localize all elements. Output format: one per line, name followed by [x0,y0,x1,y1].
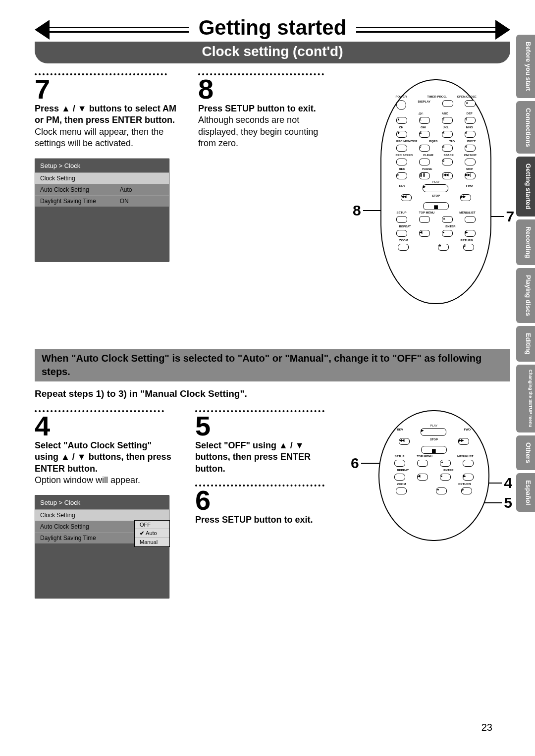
left-arrow-button: ◀ [419,230,430,237]
repeat-button [396,230,407,237]
remote-illustration-partial: PLAY REV▶FWD ◀◀STOP▶▶ ■ SETUPTOP MENUMEN… [378,410,489,541]
up-arrow-button: ▲ [442,216,453,223]
enter-button-2: ● [440,474,451,481]
rec-speed-button [396,159,407,165]
rec-button: ● [396,172,407,179]
section-tabs: Before you start Connections Getting sta… [516,35,535,512]
rev-button: ◀◀ [401,194,412,201]
step-7-heading: Press ▲ / ▼ buttons to select AM or PM, … [35,103,178,126]
banner-arrow-left-icon [35,20,50,40]
page-header: Getting started Clock setting (cont'd) [35,20,510,63]
num-3-button: 3 [465,117,476,124]
rec-monitor-button [396,145,407,152]
ch-down-button: ▼ [396,131,407,138]
step-8-body: Although seconds are not displayed, they… [198,114,335,149]
setup-button [396,216,407,223]
menu-list-button-2 [463,460,474,467]
cm-skip-button [465,159,476,165]
clock-menu-preview: Setup > Clock Clock Setting Auto Clock S… [35,159,169,262]
stop-button-2: ■ [421,446,447,454]
num-1-button: 1 [419,117,430,124]
step-4-body: Option window will appear. [35,475,175,486]
step-8-heading: Press SETUP button to exit. [198,103,335,114]
down-arrow-button: ▼ [438,244,449,251]
num-5-button: 5 [442,131,453,138]
top-menu-button [419,216,430,223]
tab-playing-discs[interactable]: Playing discs [516,268,535,323]
power-button [396,100,406,110]
menu-row-dst: Daylight Saving Time [40,198,120,205]
step-5-heading: Select "OFF" using ▲ / ▼ buttons, then p… [195,440,336,475]
right-arrow-button: ▶ [465,230,476,237]
menu-breadcrumb-2: Setup > Clock [35,496,169,509]
ch-up-button: ▲ [396,117,407,124]
option-off: OFF [135,521,169,529]
step-6-heading: Press SETUP button to exit. [195,514,336,526]
return-button-2: ↵ [461,487,472,494]
open-close-button: ▲ [465,100,476,107]
step-7-body: Clock menu will appear, then the setting… [35,126,178,150]
num-0-button: 0 [442,159,453,165]
tab-others[interactable]: Others [516,435,535,470]
step-6-number: 6 [195,486,336,514]
pause-button: ❚❚ [419,172,430,179]
option-popup: OFF Auto Manual [134,520,170,547]
option-manual: Manual [135,538,169,546]
menu-breadcrumb: Setup > Clock [35,159,169,172]
step-7-number: 7 [35,75,178,103]
num-6-button: 6 [465,131,476,138]
note-subtitle: Repeat steps 1) to 3) in "Manual Clock S… [35,388,510,399]
tab-changing-setup[interactable]: Changing the SETUP menu [516,365,535,432]
zoom-button-2 [396,487,407,494]
right-arrow-button-2: ▶ [463,474,474,481]
step-4-number: 4 [35,412,175,440]
tab-connections[interactable]: Connections [516,101,535,154]
menu-list-button [465,216,476,223]
setup-button-2 [394,460,405,467]
skip-prev-button: |◀◀ [442,172,453,179]
menu-row-clock-setting-2: Clock Setting [40,512,120,519]
page-title: Getting started [189,16,357,40]
step-5-number: 5 [195,412,336,440]
num-9-button: 9 [465,145,476,152]
clear-button [419,159,430,165]
fwd-button: ▶▶ [460,194,471,201]
tab-before-you-start[interactable]: Before you start [516,35,535,98]
enter-button: ● [442,230,453,237]
note-banner: When "Auto Clock Setting" is selected to… [35,349,510,381]
num-2-button: 2 [442,117,453,124]
timer-button [442,100,453,107]
rev-button-2: ◀◀ [399,438,410,445]
down-arrow-button-2: ▼ [436,487,447,494]
num-4-button: 4 [419,131,430,138]
page-subtitle: Clock setting (cont'd) [35,42,510,63]
callout-6: 6 [351,455,381,472]
up-arrow-button-2: ▲ [440,460,451,467]
banner-arrow-right-icon [495,20,510,40]
fwd-button-2: ▶▶ [458,438,469,445]
clock-menu-preview-2: Setup > Clock Clock Setting Auto Clock S… [35,495,169,598]
tab-getting-started[interactable]: Getting started [516,157,535,216]
menu-row-clock-setting: Clock Setting [40,175,120,182]
remote-illustration-full: 8 7 POWERTIMER PROG.OPEN/CLOSE DISPLAY▲ … [380,79,489,304]
menu-row-auto-clock: Auto Clock Setting [40,186,120,193]
tab-espanol[interactable]: Español [516,473,535,512]
play-button: ▶ [423,184,448,192]
tab-recording[interactable]: Recording [516,219,535,265]
left-arrow-button-2: ◀ [417,474,428,481]
return-button: ↵ [463,244,474,251]
option-auto: Auto [135,529,169,538]
step-4-heading: Select "Auto Clock Setting" using ▲ / ▼ … [35,440,175,475]
play-button-2: ▶ [421,428,446,436]
repeat-button-2 [394,474,405,481]
stop-button: ■ [423,202,449,210]
top-menu-button-2 [417,460,428,467]
page-number: 23 [482,722,492,733]
skip-next-button: ▶▶| [465,172,476,179]
menu-row-dst-2: Daylight Saving Time [40,535,120,541]
num-8-button: 8 [442,145,453,152]
callout-8: 8 [353,202,383,219]
step-8-number: 8 [198,75,335,103]
num-7-button: 7 [419,145,430,152]
tab-editing[interactable]: Editing [516,326,535,362]
